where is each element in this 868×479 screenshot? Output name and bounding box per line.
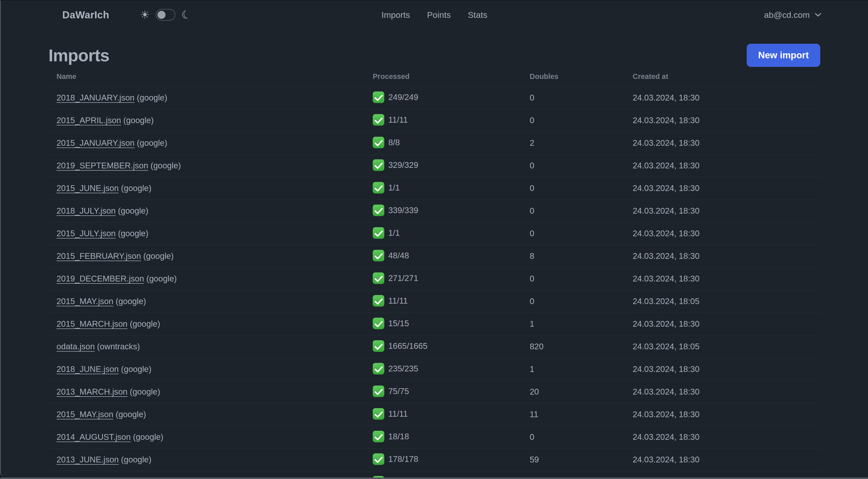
import-source: (google) (119, 364, 151, 374)
table-row: 2018_JANUARY.json (google)249/249024.03.… (49, 86, 821, 109)
cell-processed (372, 471, 529, 478)
import-file-link[interactable]: 2018_JULY.json (57, 206, 116, 215)
cell-name (49, 471, 372, 478)
import-file-link[interactable]: 2019_DECEMBER.json (57, 274, 144, 283)
cell-created-at: 24.03.2024, 18:05 (632, 335, 821, 358)
import-source: (google) (144, 274, 177, 283)
cell-name: 2013_JUNE.json (google) (49, 448, 372, 471)
processed-count: 178/178 (388, 454, 418, 464)
processed-count: 11/11 (388, 115, 408, 124)
theme-switch[interactable] (156, 9, 175, 21)
cell-name: 2018_JULY.json (google) (49, 200, 372, 222)
cell-processed: 11/11 (372, 109, 529, 132)
table-row: 2014_AUGUST.json (google)18/18024.03.202… (49, 426, 821, 448)
cell-doubles: 1 (529, 312, 632, 335)
table-row: 2013_JUNE.json (google)178/1785924.03.20… (49, 448, 821, 471)
nav-link-imports[interactable]: Imports (381, 10, 410, 20)
nav-link-points[interactable]: Points (427, 10, 451, 20)
column-header-processed: Processed (372, 67, 529, 86)
cell-processed: 1/1 (372, 177, 529, 200)
cell-name: odata.json (owntracks) (49, 335, 372, 358)
import-file-link[interactable]: 2015_FEBRUARY.json (57, 251, 141, 261)
table-row: 2013_MARCH.json (google)75/752024.03.202… (49, 381, 821, 403)
cell-processed: 1/1 (372, 222, 529, 245)
import-source: (google) (141, 251, 174, 261)
user-email: ab@cd.com (764, 10, 810, 20)
cell-name: 2013_MARCH.json (google) (49, 381, 372, 403)
success-check-icon (373, 182, 384, 193)
import-file-link[interactable]: 2015_MAY.json (57, 297, 113, 306)
cell-created-at: 24.03.2024, 18:30 (632, 86, 821, 109)
success-check-icon (373, 159, 384, 171)
cell-created-at: 24.03.2024, 18:30 (632, 177, 821, 200)
import-file-link[interactable]: 2015_MARCH.json (57, 319, 127, 328)
cell-processed: 15/15 (372, 312, 529, 335)
table-row: 2015_MAY.json (google)11/11024.03.2024, … (49, 290, 821, 312)
cell-doubles: 0 (529, 267, 632, 290)
import-source: (google) (148, 161, 181, 170)
cell-doubles: 0 (529, 290, 632, 312)
main-content: Imports New import Name Processed Double… (1, 44, 868, 478)
cell-created-at: 24.03.2024, 18:30 (632, 154, 821, 177)
import-source: (google) (135, 138, 167, 148)
processed-count: 11/11 (388, 409, 408, 418)
cell-processed: 271/271 (372, 267, 529, 290)
cell-name: 2015_MAY.json (google) (49, 403, 372, 426)
import-file-link[interactable]: 2015_JANUARY.json (57, 138, 135, 148)
cell-name: 2015_APRIL.json (google) (49, 109, 372, 132)
cell-doubles: 820 (529, 335, 632, 358)
import-source: (google) (131, 432, 163, 442)
import-source: (google) (121, 116, 154, 125)
import-file-link[interactable]: 2018_JANUARY.json (57, 93, 135, 102)
cell-created-at: 24.03.2024, 18:30 (632, 245, 821, 267)
processed-count: 18/18 (388, 432, 409, 441)
column-header-created-at: Created at (632, 67, 821, 86)
cell-created-at: 24.03.2024, 18:30 (632, 426, 821, 448)
page-title: Imports (49, 46, 109, 65)
cell-name: 2015_FEBRUARY.json (google) (49, 245, 372, 267)
table-row: 2015_MARCH.json (google)15/15124.03.2024… (49, 312, 821, 335)
import-file-link[interactable]: 2015_JULY.json (57, 229, 116, 238)
imports-table: Name Processed Doubles Created at 2018_J… (49, 67, 821, 478)
cell-doubles: 0 (529, 154, 632, 177)
cell-created-at: 24.03.2024, 18:30 (632, 132, 821, 154)
import-source: (google) (113, 410, 146, 419)
import-source: (owntracks) (95, 342, 140, 351)
import-file-link[interactable]: 2015_JUNE.json (57, 183, 119, 193)
new-import-button[interactable]: New import (747, 44, 820, 67)
success-check-icon (373, 295, 384, 307)
cell-created-at: 24.03.2024, 18:30 (632, 312, 821, 335)
window-bottom-edge (0, 478, 868, 479)
cell-doubles: 1 (529, 358, 632, 381)
app-logo[interactable]: DaWarIch (62, 9, 109, 21)
import-source: (google) (135, 93, 167, 102)
import-file-link[interactable]: 2013_JUNE.json (57, 455, 119, 464)
user-menu[interactable]: ab@cd.com (764, 10, 820, 20)
import-file-link[interactable]: 2019_SEPTEMBER.json (57, 161, 148, 170)
import-file-link[interactable]: 2014_AUGUST.json (57, 432, 131, 442)
import-file-link[interactable]: 2013_MARCH.json (57, 387, 127, 396)
success-check-icon (373, 386, 384, 397)
cell-doubles: 0 (529, 109, 632, 132)
import-file-link[interactable]: odata.json (57, 342, 95, 351)
import-file-link[interactable]: 2015_APRIL.json (57, 116, 121, 125)
cell-created-at: 24.03.2024, 18:05 (632, 290, 821, 312)
table-header-row: Name Processed Doubles Created at (49, 67, 821, 86)
processed-count: 1665/1665 (388, 341, 428, 351)
cell-name: 2015_JANUARY.json (google) (49, 132, 372, 154)
cell-processed: 1665/1665 (372, 335, 529, 358)
cell-processed: 329/329 (372, 154, 529, 177)
table-row: odata.json (owntracks)1665/166582024.03.… (49, 335, 821, 358)
success-check-icon (373, 431, 384, 442)
column-header-name: Name (49, 67, 372, 86)
table-row: 2018_JUNE.json (google)235/235124.03.202… (49, 358, 821, 381)
cell-doubles: 20 (529, 381, 632, 403)
cell-name: 2018_JANUARY.json (google) (49, 86, 372, 109)
import-file-link[interactable]: 2018_JUNE.json (57, 364, 119, 374)
cell-name: 2018_JUNE.json (google) (49, 358, 372, 381)
success-check-icon (373, 114, 384, 126)
import-file-link[interactable]: 2015_MAY.json (57, 410, 113, 419)
success-check-icon (373, 453, 384, 465)
nav-link-stats[interactable]: Stats (468, 10, 487, 20)
cell-name: 2019_DECEMBER.json (google) (49, 267, 372, 290)
